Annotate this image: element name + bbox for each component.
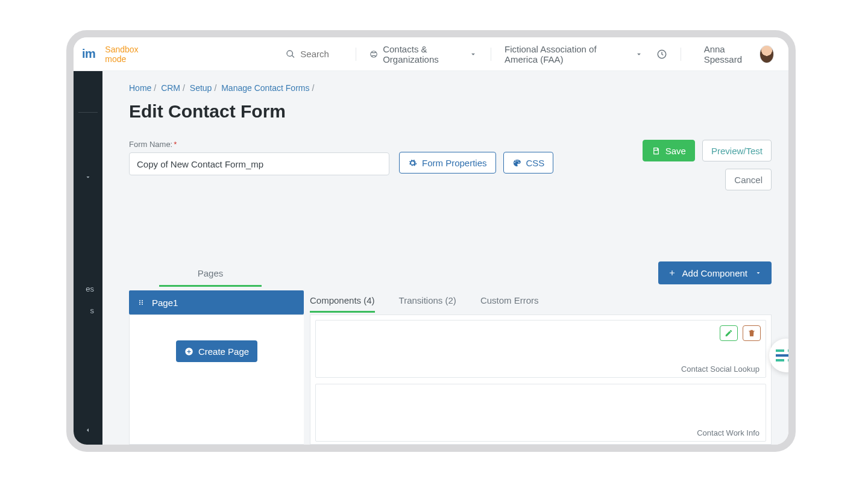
svg-point-1 [139,300,140,301]
globe-icon [370,50,378,58]
main-content: Home/ CRM/ Setup/ Manage Contact Forms/ … [102,71,788,445]
form-name-label: Form Name:* [129,140,389,149]
svg-point-3 [139,302,140,303]
add-component-label: Add Component [682,268,747,278]
components-column: Add Component Components (4) Transitions… [310,261,772,445]
preview-button-label: Preview/Test [711,146,763,156]
page-item-page1[interactable]: Page1 [129,290,304,314]
add-component-button[interactable]: Add Component [658,261,772,284]
pencil-icon [725,329,733,337]
component-list: Contact Social Lookup Contact Work Info [310,314,772,445]
help-icon [776,349,788,361]
tab-custom-errors[interactable]: Custom Errors [480,295,539,313]
avatar [760,45,774,63]
form-name-input[interactable] [129,152,389,175]
tab-pages[interactable]: Pages [159,261,262,287]
separator [356,48,356,61]
component-subtabs: Components (4) Transitions (2) Custom Er… [310,292,772,317]
cancel-button-label: Cancel [734,175,763,185]
css-button-label: CSS [526,158,545,168]
separator [681,48,681,61]
rail-divider [78,112,98,113]
left-nav-rail: es s [74,71,102,445]
chevron-down-icon [635,50,643,58]
editor-area: Pages Page1 Creat [129,261,772,445]
org-switcher[interactable]: Fictional Association of America (FAA) [505,44,643,64]
css-button[interactable]: CSS [503,152,554,174]
user-name-label: Anna Spessard [704,44,753,64]
svg-point-4 [142,302,143,303]
breadcrumb-setup[interactable]: Setup [190,83,212,93]
rail-collapse-icon[interactable] [74,427,102,434]
plus-icon [668,269,676,277]
breadcrumb-home[interactable]: Home [129,83,151,93]
palette-icon [512,158,521,167]
org-name-label: Fictional Association of America (FAA) [505,44,629,64]
create-page-button[interactable]: Create Page [176,340,257,362]
save-button[interactable]: Save [643,140,695,161]
svg-point-5 [139,304,140,305]
pages-panel: Create Page [129,314,304,445]
gear-icon [408,158,417,167]
cancel-button[interactable]: Cancel [725,169,772,190]
chevron-down-icon [469,50,477,58]
rail-item-stub[interactable]: es [74,282,94,296]
preview-button[interactable]: Preview/Test [702,140,772,161]
breadcrumb-crm[interactable]: CRM [161,83,180,93]
page-title: Edit Contact Form [129,101,772,122]
component-card[interactable]: Contact Social Lookup [315,320,766,378]
trash-icon [747,329,756,337]
save-button-label: Save [665,146,686,156]
plus-circle-icon [184,347,193,356]
component-card-label: Contact Social Lookup [681,364,760,374]
component-card-label: Contact Work Info [697,428,760,437]
edit-component-button[interactable] [720,325,738,341]
save-icon [652,146,661,155]
nav-contacts-organizations[interactable]: Contacts & Organizations [370,44,477,64]
breadcrumb: Home/ CRM/ Setup/ Manage Contact Forms/ [129,83,772,93]
search-control[interactable] [286,49,342,59]
drag-handle-icon[interactable] [137,299,145,306]
component-card[interactable]: Contact Work Info [315,384,766,442]
create-page-label: Create Page [198,346,249,357]
rail-item-stub[interactable]: s [74,304,94,318]
tab-components[interactable]: Components (4) [310,295,375,313]
search-input[interactable] [300,49,342,59]
breadcrumb-manage-forms[interactable]: Manage Contact Forms [221,83,309,93]
logo-fragment: im [82,47,95,61]
tab-transitions[interactable]: Transitions (2) [399,295,456,313]
page-item-label: Page1 [152,298,178,308]
history-icon[interactable] [656,49,667,60]
form-properties-label: Form Properties [422,158,487,168]
topbar: im Sandbox mode Contacts & Organizations [74,37,788,71]
pages-column: Pages Page1 Creat [129,261,304,445]
nav-contacts-label: Contacts & Organizations [383,44,463,64]
chevron-down-icon [755,269,762,277]
form-toolbar-row: Form Name:* Form Properties [129,140,772,190]
svg-point-6 [142,304,143,305]
form-properties-button[interactable]: Form Properties [399,152,496,174]
separator [491,48,491,61]
svg-point-2 [142,300,143,301]
user-menu[interactable]: Anna Spessard [704,44,780,64]
sandbox-mode-label: Sandbox mode [105,45,152,64]
rail-expand-icon[interactable] [74,174,102,181]
search-icon [286,49,295,59]
delete-component-button[interactable] [743,325,761,341]
